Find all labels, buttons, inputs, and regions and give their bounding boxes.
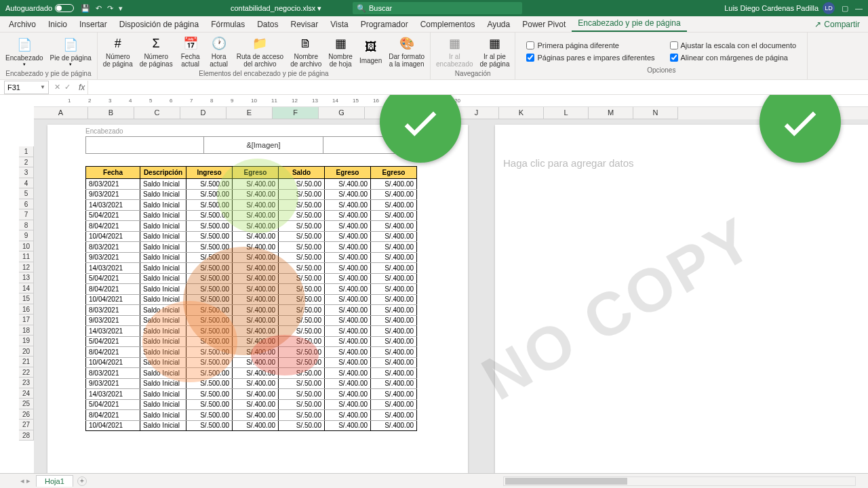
cell[interactable]: S/.400.00 (325, 305, 371, 316)
row-header[interactable]: 12 (19, 262, 34, 273)
cell[interactable]: S/.400.00 (371, 347, 417, 358)
cell[interactable]: S/.400.00 (233, 410, 279, 421)
cell[interactable]: S/.400.00 (325, 231, 371, 242)
row-header[interactable]: 11 (19, 251, 34, 262)
cell[interactable]: Saldo Inicial (140, 252, 186, 263)
cell[interactable]: S/.400.00 (325, 389, 371, 400)
cell[interactable]: S/.400.00 (233, 273, 279, 284)
col-header[interactable]: F (273, 107, 319, 119)
cell[interactable]: S/.400.00 (325, 410, 371, 421)
cell[interactable]: Saldo Inicial (140, 305, 186, 316)
cell[interactable]: S/.50.00 (279, 336, 325, 347)
col-header[interactable]: A (34, 107, 88, 119)
row-header[interactable]: 23 (19, 378, 34, 388)
cell[interactable]: S/.400.00 (325, 221, 371, 232)
cell[interactable]: S/.400.00 (233, 305, 279, 316)
cell[interactable]: S/.50.00 (279, 347, 325, 358)
table-row[interactable]: 8/04/2021Saldo InicialS/.500.00S/.400.00… (86, 347, 417, 358)
ribbon-btn[interactable]: 🎨Dar formatoa la imagen (386, 34, 427, 69)
cell[interactable]: S/.50.00 (279, 389, 325, 400)
cell[interactable]: Saldo Inicial (140, 294, 186, 305)
row-header[interactable]: 4 (19, 178, 34, 189)
cell[interactable]: 14/03/2021 (86, 389, 140, 400)
ribbon-btn[interactable]: #Númerode página (100, 34, 136, 69)
row-header[interactable]: 16 (19, 304, 34, 315)
table-row[interactable]: 8/03/2021Saldo InicialS/.500.00S/.400.00… (86, 305, 417, 316)
table-row[interactable]: 8/04/2021Saldo InicialS/.500.00S/.400.00… (86, 410, 417, 421)
cell[interactable]: S/.400.00 (371, 305, 417, 316)
cell[interactable]: S/.400.00 (233, 284, 279, 295)
table-header[interactable]: Fecha (86, 167, 140, 179)
cell[interactable]: S/.50.00 (279, 315, 325, 326)
cell[interactable]: S/.50.00 (279, 179, 325, 190)
cell[interactable]: S/.400.00 (325, 263, 371, 274)
row-header[interactable]: 24 (19, 388, 34, 399)
cell[interactable]: 8/04/2021 (86, 410, 140, 421)
cell[interactable]: S/.400.00 (371, 368, 417, 379)
cell[interactable]: S/.50.00 (279, 221, 325, 232)
row-header[interactable]: 9 (19, 230, 34, 241)
share-button[interactable]: ↗ Compartir (809, 17, 865, 32)
horizontal-scrollbar[interactable] (503, 476, 856, 486)
cell[interactable]: S/.400.00 (325, 368, 371, 379)
cell[interactable]: 5/04/2021 (86, 399, 140, 410)
col-header[interactable]: G (319, 107, 365, 119)
cell[interactable]: 9/03/2021 (86, 189, 140, 200)
cell[interactable]: Saldo Inicial (140, 357, 186, 368)
table-row[interactable]: 8/04/2021Saldo InicialS/.500.00S/.400.00… (86, 221, 417, 232)
cell[interactable]: S/.400.00 (325, 242, 371, 253)
cell[interactable]: S/.400.00 (233, 210, 279, 221)
tab-inicio[interactable]: Inicio (42, 17, 73, 32)
cell[interactable]: S/.50.00 (279, 420, 325, 431)
row-header[interactable]: 22 (19, 367, 34, 378)
cell[interactable]: S/.500.00 (186, 263, 233, 274)
cell[interactable]: S/.500.00 (186, 315, 233, 326)
table-row[interactable]: 14/03/2021Saldo InicialS/.500.00S/.400.0… (86, 389, 417, 400)
tab-datos[interactable]: Datos (251, 17, 284, 32)
table-header[interactable]: Egreso (233, 167, 279, 179)
cell[interactable]: 10/04/2021 (86, 231, 140, 242)
sheet-tab[interactable]: Hoja1 (36, 475, 73, 487)
cell[interactable]: S/.50.00 (279, 284, 325, 295)
tab-fórmulas[interactable]: Fórmulas (205, 17, 251, 32)
cell[interactable]: S/.50.00 (279, 210, 325, 221)
cell[interactable]: Saldo Inicial (140, 315, 186, 326)
cell[interactable]: S/.50.00 (279, 231, 325, 242)
cell[interactable]: S/.500.00 (186, 357, 233, 368)
cell[interactable]: S/.400.00 (371, 263, 417, 274)
row-header[interactable]: 15 (19, 293, 34, 304)
table-header[interactable]: Saldo (279, 167, 325, 179)
table-header[interactable]: Egreso (325, 167, 371, 179)
page-2[interactable]: Haga clic para agregar datos NO COPY (495, 125, 868, 473)
cell[interactable]: Saldo Inicial (140, 420, 186, 431)
cell[interactable]: Saldo Inicial (140, 273, 186, 284)
col-header[interactable]: D (180, 107, 226, 119)
row-header[interactable]: 13 (19, 272, 34, 283)
cell[interactable]: S/.400.00 (233, 347, 279, 358)
row-header[interactable]: 5 (19, 188, 34, 199)
tab-vista[interactable]: Vista (324, 17, 354, 32)
table-row[interactable]: 9/03/2021Saldo InicialS/.500.00S/.400.00… (86, 252, 417, 263)
row-header[interactable]: 14 (19, 283, 34, 294)
search-box[interactable]: 🔍 Buscar (353, 2, 522, 14)
ribbon-btn[interactable]: ▦Ir al piede página (477, 34, 513, 69)
ribbon-mode-icon[interactable]: ▢ (842, 4, 848, 13)
data-table[interactable]: FechaDescripciónIngresoEgresoSaldoEgreso… (85, 166, 417, 431)
cell[interactable]: S/.500.00 (186, 420, 233, 431)
tab-insertar[interactable]: Insertar (73, 17, 113, 32)
cell[interactable]: S/.500.00 (186, 336, 233, 347)
cell[interactable]: S/.50.00 (279, 252, 325, 263)
table-row[interactable]: 5/04/2021Saldo InicialS/.500.00S/.400.00… (86, 399, 417, 410)
cell[interactable]: Saldo Inicial (140, 389, 186, 400)
cell[interactable]: S/.400.00 (233, 315, 279, 326)
autosave-toggle[interactable]: Autoguardado (5, 4, 74, 12)
row-header[interactable]: 26 (19, 409, 34, 420)
cell[interactable]: S/.400.00 (325, 357, 371, 368)
cell[interactable]: S/.50.00 (279, 200, 325, 211)
tab-ayuda[interactable]: Ayuda (481, 17, 516, 32)
option-checkbox[interactable]: Primera página diferente (524, 40, 657, 51)
cell[interactable]: S/.400.00 (325, 347, 371, 358)
undo-icon[interactable]: ↶ (96, 4, 102, 13)
cell[interactable]: S/.400.00 (371, 315, 417, 326)
cell[interactable]: 8/03/2021 (86, 242, 140, 253)
